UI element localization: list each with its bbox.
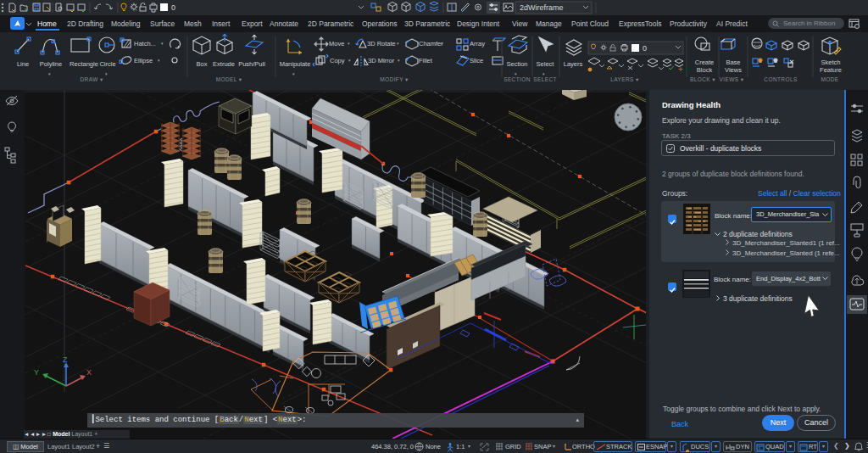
svg-text:Section: Section	[506, 60, 527, 68]
svg-text:▾: ▾	[105, 71, 108, 76]
svg-text:0: 0	[643, 44, 647, 53]
svg-text:Select: Select	[537, 60, 555, 68]
svg-text:Rectangle: Rectangle	[70, 60, 98, 68]
svg-text:0: 0	[171, 3, 175, 12]
svg-text:Box: Box	[197, 60, 208, 68]
svg-text:MODE: MODE	[821, 76, 838, 82]
svg-text:▾: ▾	[348, 58, 351, 63]
svg-text:Ellipse: Ellipse	[134, 57, 153, 64]
svg-text:Views: Views	[725, 66, 742, 74]
svg-text:Push/Pull: Push/Pull	[238, 60, 265, 68]
svg-text:Slice: Slice	[470, 57, 483, 64]
svg-text:Chamfer: Chamfer	[419, 40, 443, 48]
svg-text:2dWireframe: 2dWireframe	[520, 3, 564, 12]
svg-text:Hatch...: Hatch...	[134, 40, 156, 48]
svg-text:▾: ▾	[292, 71, 295, 76]
svg-text:Array: Array	[470, 40, 485, 48]
svg-text:▾: ▾	[158, 58, 160, 63]
svg-text:CONTROLS: CONTROLS	[764, 76, 798, 82]
svg-text:▾: ▾	[398, 58, 400, 63]
svg-text:Layers: Layers	[564, 60, 583, 68]
svg-text:Create: Create	[695, 59, 715, 66]
svg-text:BLOCK ▾: BLOCK ▾	[690, 76, 715, 82]
svg-text:MODEL ▾: MODEL ▾	[216, 76, 242, 82]
svg-text:SECTION: SECTION	[504, 76, 531, 82]
svg-text:Feature: Feature	[820, 66, 842, 74]
svg-text:Copy: Copy	[330, 57, 345, 64]
svg-text:Y: Y	[34, 368, 39, 377]
svg-text:Line: Line	[17, 60, 29, 68]
svg-text:Manipulate: Manipulate	[280, 60, 311, 68]
svg-text:SELECT: SELECT	[533, 76, 557, 82]
svg-text:Extrude: Extrude	[213, 60, 235, 68]
svg-text:Polyline: Polyline	[40, 60, 62, 68]
svg-text:MODIFY ▾: MODIFY ▾	[380, 76, 409, 82]
svg-text:Move: Move	[329, 40, 344, 48]
svg-text:▾: ▾	[348, 41, 350, 46]
svg-text:Fillet: Fillet	[419, 57, 433, 64]
svg-text:Sketch: Sketch	[821, 59, 841, 66]
svg-text:Base: Base	[726, 59, 740, 66]
svg-text:3D Rotate: 3D Rotate	[367, 40, 396, 48]
svg-text:X: X	[86, 368, 92, 377]
svg-text:▾: ▾	[397, 41, 399, 46]
svg-text:VIEWS ▾: VIEWS ▾	[720, 76, 744, 82]
svg-text:DRAW ▾: DRAW ▾	[80, 76, 103, 82]
svg-text:Circle: Circle	[99, 60, 115, 68]
svg-text:3D Mirror: 3D Mirror	[368, 57, 395, 64]
svg-text:▾: ▾	[48, 71, 51, 76]
svg-text:Block: Block	[697, 66, 713, 74]
svg-text:LAYERS ▾: LAYERS ▾	[610, 76, 639, 82]
svg-text:Z: Z	[63, 355, 68, 364]
svg-text:▾: ▾	[161, 41, 164, 46]
